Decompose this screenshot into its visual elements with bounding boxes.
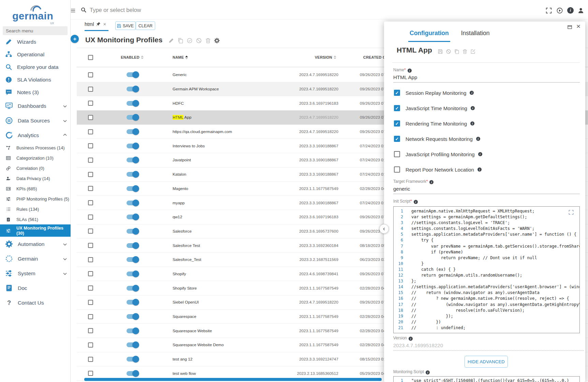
tab-installation[interactable]: Installation (460, 30, 491, 42)
info-icon[interactable]: i (426, 370, 430, 374)
fullscreen-icon[interactable] (546, 8, 552, 14)
horizontal-scrollbar[interactable] (84, 378, 382, 381)
row-checkbox[interactable] (88, 342, 93, 348)
delete-icon[interactable] (205, 38, 211, 43)
global-search-input[interactable] (90, 5, 397, 15)
row-checkbox[interactable] (88, 200, 93, 205)
info-icon[interactable]: i (470, 91, 474, 95)
sidebar-item[interactable]: System (0, 266, 71, 281)
sidebar-subitem[interactable]: Business Processes (14) (0, 143, 71, 153)
sidebar-item[interactable]: Doc (0, 281, 71, 295)
row-checkbox[interactable] (88, 143, 93, 148)
edit-icon[interactable] (471, 49, 475, 54)
select-all-checkbox[interactable] (88, 55, 93, 60)
enabled-toggle[interactable] (127, 144, 138, 148)
edit-icon[interactable] (168, 38, 174, 43)
enabled-toggle[interactable] (127, 342, 138, 347)
tab-configuration[interactable]: Configuration (408, 30, 450, 42)
save-filter-button[interactable]: SAVE (115, 21, 135, 30)
enabled-toggle[interactable] (127, 129, 138, 134)
sidebar-item[interactable]: Operational (0, 48, 71, 61)
enabled-toggle[interactable] (127, 101, 138, 106)
enabled-toggle[interactable] (127, 271, 138, 276)
row-checkbox[interactable] (88, 257, 93, 262)
filter-chip[interactable]: html × (85, 21, 106, 27)
row-checkbox[interactable] (88, 129, 93, 134)
enabled-toggle[interactable] (127, 286, 138, 291)
clear-filter-button[interactable]: CLEAR (136, 21, 155, 30)
row-checkbox[interactable] (88, 186, 93, 191)
enabled-toggle[interactable] (127, 357, 138, 362)
row-checkbox[interactable] (88, 328, 93, 333)
save-icon[interactable] (438, 49, 443, 54)
row-checkbox[interactable] (88, 285, 93, 291)
info-icon[interactable]: i (408, 69, 412, 73)
user-account-icon[interactable] (578, 8, 584, 14)
sidebar-subitem[interactable]: UX Monitoring Profiles (30) (0, 224, 71, 237)
name-field[interactable]: HTML App (393, 74, 580, 83)
remove-filter-icon[interactable]: × (103, 21, 106, 27)
disable-icon[interactable] (196, 38, 202, 43)
info-icon[interactable]: i (477, 167, 482, 172)
column-header-enabled[interactable]: ENABLED (102, 55, 162, 59)
sidebar-item[interactable]: Data Sources (0, 113, 71, 128)
enabled-toggle[interactable] (127, 186, 138, 191)
sidebar-item[interactable]: Germain (0, 251, 71, 266)
sidebar-subitem[interactable]: SLAs (561) (0, 214, 71, 224)
sidebar-item[interactable]: Wizards (0, 35, 71, 48)
window-restore-icon[interactable] (567, 25, 572, 30)
row-checkbox[interactable] (88, 371, 93, 376)
sidebar-item[interactable]: Automation (0, 237, 71, 251)
enabled-toggle[interactable] (127, 201, 138, 205)
add-profile-button[interactable] (71, 35, 79, 43)
close-icon[interactable]: × (576, 22, 580, 30)
enabled-toggle[interactable] (127, 115, 138, 120)
info-icon[interactable]: i (567, 7, 574, 14)
monitoring-script-editor[interactable]: 1"use strict";65HT.[150408].(function(){… (393, 376, 580, 382)
disable-icon[interactable] (446, 49, 451, 54)
init-script-editor[interactable]: 1germainApm.native.XmlHttpRequest = XMLH… (393, 206, 580, 333)
row-checkbox[interactable] (88, 243, 93, 248)
enabled-toggle[interactable] (127, 229, 138, 234)
row-checkbox[interactable] (88, 115, 93, 120)
enabled-toggle[interactable] (127, 257, 138, 262)
row-checkbox[interactable] (88, 314, 93, 319)
sidebar-subitem[interactable]: Rules (134) (0, 204, 71, 214)
sidebar-item[interactable]: Dashboards (0, 99, 71, 113)
row-checkbox[interactable] (88, 87, 93, 92)
enabled-toggle[interactable] (127, 328, 138, 333)
enable-icon[interactable] (187, 38, 192, 43)
sidebar-subitem[interactable]: KPIs (685) (0, 183, 71, 194)
enabled-toggle[interactable] (127, 87, 138, 91)
row-checkbox[interactable] (88, 229, 93, 234)
enabled-toggle[interactable] (127, 172, 138, 177)
sidebar-search-input[interactable] (3, 26, 68, 35)
pin-icon[interactable] (96, 22, 101, 26)
enabled-toggle[interactable] (127, 243, 138, 248)
column-header-version[interactable]: VERSION (278, 55, 341, 59)
play-icon[interactable] (557, 8, 563, 14)
sidebar-item[interactable]: Explore your data (0, 61, 71, 73)
info-icon[interactable]: i (478, 152, 482, 156)
column-header-name[interactable]: NAME (162, 55, 278, 59)
checkbox[interactable] (394, 90, 400, 96)
row-checkbox[interactable] (88, 172, 93, 177)
delete-icon[interactable] (462, 49, 467, 54)
copy-icon[interactable] (178, 38, 183, 43)
enabled-toggle[interactable] (127, 371, 138, 376)
expand-editor-icon[interactable] (569, 210, 574, 215)
enabled-toggle[interactable] (127, 314, 138, 319)
info-icon[interactable]: i (476, 137, 480, 141)
info-icon[interactable]: i (471, 106, 475, 110)
checkbox[interactable] (394, 166, 400, 173)
target-framework-field[interactable]: generic (393, 186, 580, 194)
row-checkbox[interactable] (88, 215, 93, 220)
row-checkbox[interactable] (88, 158, 93, 163)
sidebar-item[interactable]: Analytics (0, 128, 71, 143)
checkbox[interactable] (394, 105, 400, 111)
enabled-toggle[interactable] (127, 72, 138, 77)
collapse-panel-button[interactable]: ‹ (379, 224, 389, 234)
info-icon[interactable]: i (409, 337, 413, 341)
sidebar-subitem[interactable]: Correlation (0) (0, 163, 71, 173)
enabled-toggle[interactable] (127, 215, 138, 219)
